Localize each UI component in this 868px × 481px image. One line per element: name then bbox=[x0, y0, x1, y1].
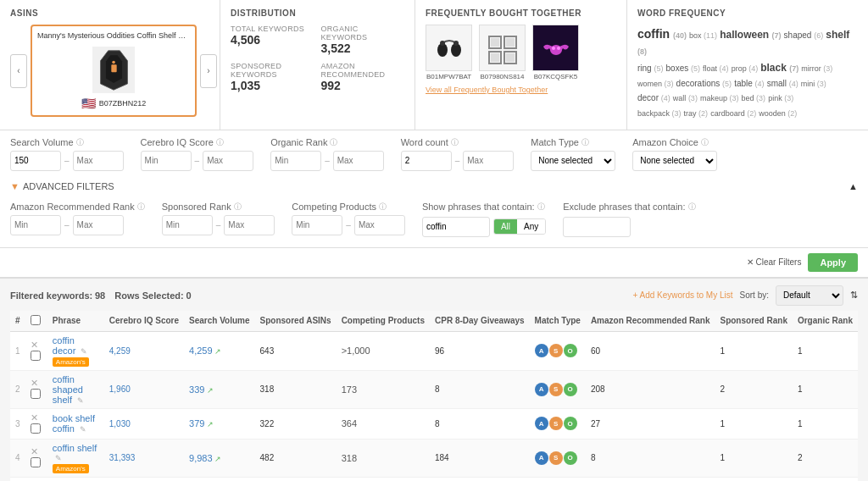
spon-rank-cell: 1 bbox=[715, 477, 792, 481]
amz-recommended-rank-filter: Amazon Recommended Rank ⓘ – bbox=[10, 202, 145, 237]
spon-rank-cell: 1 bbox=[715, 439, 792, 477]
close-icon[interactable]: ✕ bbox=[31, 412, 38, 423]
clear-filters-button[interactable]: ✕ Clear Filters bbox=[747, 257, 802, 267]
distribution-grid: TOTAL KEYWORDS 4,506 ORGANIC KEYWORDS 3,… bbox=[231, 25, 404, 92]
word-mini: mini (3) bbox=[801, 80, 826, 88]
org-rank-cell: 2 bbox=[793, 477, 858, 481]
sponsored-rank-max-input[interactable] bbox=[224, 215, 275, 235]
organic-rank-min-input[interactable] bbox=[270, 151, 321, 171]
sponsored-asins-cell: 322 bbox=[255, 408, 337, 439]
close-icon[interactable]: ✕ bbox=[31, 378, 38, 388]
amazon-recommended-value: 992 bbox=[321, 79, 405, 92]
competing-value: >1,000 bbox=[342, 346, 370, 356]
edit-icon[interactable]: ✎ bbox=[77, 396, 84, 405]
competing-cell: 364 bbox=[337, 408, 430, 439]
search-volume-info-icon: ⓘ bbox=[76, 137, 84, 148]
amazon-choice-filter: Amazon Choice ⓘ None selected bbox=[632, 137, 717, 171]
organic-rank-max-input[interactable] bbox=[333, 151, 384, 171]
competing-cell: 173 bbox=[337, 370, 430, 408]
sponsored-rank-label: Sponsored Rank ⓘ bbox=[162, 202, 275, 213]
word-backpack: backpack (3) bbox=[637, 109, 682, 118]
carousel-next-button[interactable]: › bbox=[200, 54, 217, 88]
add-keywords-button[interactable]: + Add Keywords to My List bbox=[632, 290, 732, 300]
advanced-filters-bar[interactable]: ▼ ADVANCED FILTERS ▲ bbox=[10, 178, 858, 195]
row-num: 3 bbox=[10, 408, 25, 439]
close-icon[interactable]: ✕ bbox=[31, 446, 38, 456]
org-rank-cell: 1 bbox=[793, 408, 858, 439]
amz-recommended-rank-max-input[interactable] bbox=[73, 215, 124, 235]
organic-rank-label: Organic Rank ⓘ bbox=[270, 137, 384, 148]
toggle-all-button[interactable]: All bbox=[494, 219, 517, 234]
cerebro-iq-filter: Cerebro IQ Score ⓘ – bbox=[141, 137, 254, 171]
sort-select[interactable]: Default bbox=[776, 285, 843, 306]
phrase-link[interactable]: coffin shelf bbox=[53, 443, 97, 453]
select-all-checkbox[interactable] bbox=[31, 315, 41, 325]
close-icon[interactable]: ✕ bbox=[31, 340, 38, 350]
show-phrases-info-icon: ⓘ bbox=[537, 202, 545, 213]
phrase-link[interactable]: book shelf coffin bbox=[53, 413, 95, 434]
cerebro-iq-label: Cerebro IQ Score ⓘ bbox=[141, 137, 254, 148]
fbt-product-1: B01MPW7BAT bbox=[426, 25, 472, 80]
svg-rect-11 bbox=[506, 38, 515, 47]
edit-icon[interactable]: ✎ bbox=[80, 425, 86, 434]
cpr-cell: 184 bbox=[430, 439, 530, 477]
cerebro-iq-min-input[interactable] bbox=[141, 151, 192, 171]
match-type-select[interactable]: None selected bbox=[531, 151, 615, 171]
col-sponsored-asins: Sponsored ASINs bbox=[255, 311, 337, 332]
coffin-product-icon bbox=[95, 49, 133, 91]
word-float: float (4) bbox=[703, 64, 729, 73]
search-vol-value: 9,983 bbox=[189, 453, 213, 463]
competing-products-max-input[interactable] bbox=[354, 215, 405, 235]
svg-point-7 bbox=[453, 41, 459, 46]
asin-id: B07ZBHN212 bbox=[99, 99, 147, 108]
carousel-prev-button[interactable]: ‹ bbox=[10, 54, 27, 88]
cpr-cell: 8 bbox=[430, 370, 530, 408]
search-vol-value: 379 bbox=[189, 418, 204, 428]
amazon-choice-select[interactable]: None selected bbox=[632, 151, 717, 171]
match-badge-o: O bbox=[564, 383, 577, 396]
asin-image bbox=[92, 47, 135, 93]
filtered-count: 98 bbox=[95, 290, 105, 301]
row-num: 4 bbox=[10, 439, 25, 477]
amazon-recommended-item: AMAZON RECOMMENDED 992 bbox=[321, 62, 405, 92]
match-badge-a: A bbox=[535, 451, 548, 465]
toggle-any-button[interactable]: Any bbox=[517, 219, 545, 234]
amz-recommended-rank-label: Amazon Recommended Rank ⓘ bbox=[10, 202, 145, 213]
row-checkbox[interactable] bbox=[31, 457, 41, 467]
exclude-phrases-input[interactable] bbox=[563, 217, 631, 237]
edit-icon[interactable]: ✎ bbox=[81, 347, 87, 356]
organic-keywords-item: ORGANIC KEYWORDS 3,522 bbox=[321, 25, 405, 55]
search-volume-min-input[interactable] bbox=[10, 151, 61, 171]
cerebro-iq-max-input[interactable] bbox=[203, 151, 253, 171]
svg-point-3 bbox=[112, 60, 115, 64]
phrase-link[interactable]: coffin decor bbox=[53, 335, 76, 356]
word-mirror: mirror (3) bbox=[801, 64, 832, 73]
sort-label: Sort by: bbox=[740, 290, 769, 300]
word-box: box (11) bbox=[689, 31, 717, 40]
svg-rect-13 bbox=[491, 53, 499, 62]
search-volume-filter: Search Volume ⓘ – bbox=[10, 137, 124, 171]
phrase-cell: book shelf coffin ✎ bbox=[47, 408, 104, 439]
search-vol-cell: 339 ↗ bbox=[184, 370, 255, 408]
row-checkbox[interactable] bbox=[31, 423, 41, 434]
word-count-min-input[interactable] bbox=[401, 151, 452, 171]
competing-products-min-input[interactable] bbox=[292, 215, 342, 235]
show-phrases-input[interactable] bbox=[422, 217, 490, 237]
word-count-inputs: – bbox=[401, 151, 515, 171]
apply-filters-button[interactable]: Apply bbox=[808, 253, 858, 272]
search-volume-max-input[interactable] bbox=[73, 151, 124, 171]
sort-icon: ⇅ bbox=[850, 290, 858, 301]
competing-cell: 172 bbox=[337, 477, 430, 481]
fbt-view-all-link[interactable]: View all Frequently Bought Together bbox=[426, 86, 616, 94]
amazon-badge: Amazon's bbox=[53, 464, 89, 473]
total-keywords-label: TOTAL KEYWORDS bbox=[231, 25, 314, 33]
word-decor: decor (4) bbox=[637, 93, 670, 102]
sponsored-rank-min-input[interactable] bbox=[162, 215, 213, 235]
match-type-cell: ASO bbox=[530, 477, 586, 481]
word-count-max-input[interactable] bbox=[463, 151, 514, 171]
edit-icon[interactable]: ✎ bbox=[55, 454, 62, 462]
amz-recommended-rank-min-input[interactable] bbox=[10, 215, 61, 235]
row-checkbox[interactable] bbox=[31, 351, 41, 361]
filter-separator-4: – bbox=[455, 156, 460, 165]
row-checkbox[interactable] bbox=[31, 389, 41, 399]
